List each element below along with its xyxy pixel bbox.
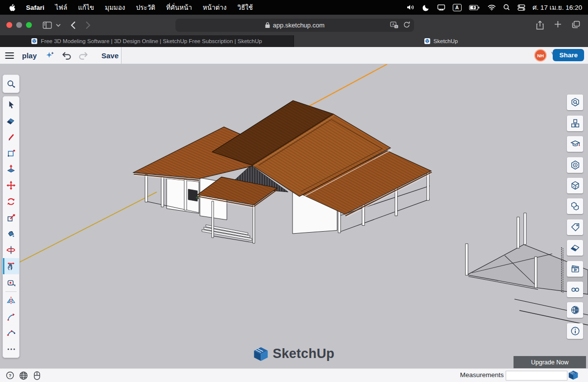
window-minimize-button[interactable]: [16, 22, 22, 28]
tab-overview-icon[interactable]: [572, 21, 580, 30]
instructor-icon: [570, 139, 581, 149]
materials-panel-button[interactable]: [567, 178, 583, 193]
focus-moon-icon[interactable]: [422, 4, 430, 11]
views-panel-button[interactable]: [567, 282, 583, 297]
soften-edges-panel-button[interactable]: [567, 240, 583, 256]
new-tab-icon[interactable]: [554, 21, 562, 30]
model-canvas[interactable]: [0, 64, 588, 368]
rectangle-icon: [6, 148, 16, 158]
eraser-icon: [6, 116, 16, 126]
house-model-drawing: [0, 64, 588, 368]
entity-info-panel-button[interactable]: [567, 95, 583, 110]
lock-icon: [265, 22, 270, 28]
styles-panel-button[interactable]: [567, 157, 583, 173]
model-info-panel-button[interactable]: [567, 323, 583, 339]
pencil-tool-button[interactable]: [3, 129, 19, 145]
save-button[interactable]: Save: [101, 51, 119, 60]
volume-icon[interactable]: [406, 4, 415, 11]
menu-item-history[interactable]: ประวัติ: [136, 2, 155, 13]
styles-icon: [570, 160, 581, 170]
battery-icon[interactable]: [469, 4, 480, 11]
info-icon: [570, 326, 581, 336]
pan-tool-button[interactable]: [3, 258, 19, 274]
tag-icon: [570, 222, 581, 233]
search-tool-button[interactable]: [3, 75, 19, 93]
ai-sparkles-icon[interactable]: [45, 50, 55, 60]
geolocation-panel-button[interactable]: [567, 302, 583, 318]
undo-button[interactable]: [62, 51, 72, 60]
sketchup-favicon: [424, 38, 430, 44]
svg-text:x: x: [395, 25, 397, 28]
move-icon: [6, 180, 16, 191]
two-point-arc-tool-button[interactable]: [3, 325, 19, 341]
tab-sketchup-app[interactable]: SketchUp: [294, 35, 588, 47]
menu-item-window[interactable]: หน้าต่าง: [203, 2, 227, 13]
scenes-copies-panel-button[interactable]: [567, 198, 583, 214]
main-menu-button[interactable]: [5, 52, 14, 59]
soften-eraser-icon: [570, 242, 581, 253]
paint-bucket-tool-button[interactable]: [3, 226, 19, 242]
svg-text:?: ?: [9, 373, 11, 378]
orbit-icon: [6, 245, 16, 255]
menu-bar-clock[interactable]: ศ. 17 เม.ย. 16:20: [533, 2, 582, 13]
avatar[interactable]: NH: [534, 49, 547, 62]
reload-icon[interactable]: [403, 21, 410, 28]
help-icon[interactable]: ?: [6, 371, 14, 380]
back-button[interactable]: [71, 21, 76, 29]
push-pull-icon: [6, 164, 16, 174]
move-tool-button[interactable]: [3, 177, 19, 193]
eraser-tool-button[interactable]: [3, 113, 19, 129]
forward-button[interactable]: [85, 21, 91, 29]
tags-panel-button[interactable]: [567, 219, 583, 235]
menu-item-bookmarks[interactable]: ที่คั่นหน้า: [166, 2, 192, 13]
menu-item-file[interactable]: ไฟล์: [55, 2, 68, 13]
menu-item-safari[interactable]: Safari: [26, 4, 45, 11]
sidebar-chevron-down-icon[interactable]: [56, 24, 61, 27]
push-pull-tool-button[interactable]: [3, 161, 19, 177]
pencil-icon: [6, 132, 16, 142]
more-tools-button[interactable]: [3, 341, 19, 357]
share-page-icon[interactable]: [536, 21, 544, 30]
flip-tool-button[interactable]: [3, 292, 19, 309]
menu-item-help[interactable]: วิธีใช้: [237, 2, 253, 13]
control-center-icon[interactable]: [517, 4, 525, 11]
upgrade-now-button[interactable]: Upgrade Now: [514, 356, 586, 368]
spotlight-search-icon[interactable]: [503, 4, 510, 11]
materials-icon: [570, 180, 581, 191]
share-button[interactable]: Share: [553, 49, 584, 61]
mouse-icon[interactable]: [34, 371, 40, 380]
arc-tool-button[interactable]: [3, 309, 19, 325]
tape-measure-tool-button[interactable]: [3, 274, 19, 290]
model-name-label[interactable]: play: [22, 51, 37, 60]
search-tool-group: [2, 74, 20, 93]
redo-button[interactable]: [78, 51, 88, 60]
apple-menu-icon[interactable]: [8, 3, 15, 12]
components-panel-button[interactable]: [567, 116, 583, 131]
sketchup-favicon: [31, 38, 37, 44]
animation-panel-button[interactable]: [567, 261, 583, 277]
wifi-icon[interactable]: [488, 4, 496, 11]
address-url: app.sketchup.com: [273, 22, 325, 29]
window-close-button[interactable]: [6, 22, 12, 28]
menu-item-edit[interactable]: แก้ไข: [78, 2, 94, 13]
language-globe-icon[interactable]: [19, 371, 28, 380]
menu-item-view[interactable]: มุมมอง: [105, 2, 125, 13]
measurements-input[interactable]: [506, 371, 567, 381]
instructor-panel-button[interactable]: [567, 136, 583, 152]
rectangle-tool-button[interactable]: [3, 145, 19, 161]
translate-icon[interactable]: Ax: [390, 22, 398, 28]
address-bar[interactable]: app.sketchup.com Ax: [175, 19, 414, 32]
scale-tool-button[interactable]: [3, 210, 19, 226]
sidebar-toggle-icon[interactable]: [43, 22, 52, 29]
orbit-tool-button[interactable]: [3, 242, 19, 258]
input-source-badge[interactable]: A: [453, 4, 462, 11]
window-zoom-button[interactable]: [26, 22, 32, 28]
display-icon[interactable]: [437, 4, 445, 11]
macos-menu-bar: Safari ไฟล์ แก้ไข มุมมอง ประวัติ ที่คั่น…: [0, 0, 588, 15]
more-dots-icon: [7, 348, 16, 351]
select-tool-button[interactable]: [3, 96, 19, 113]
rotate-tool-button[interactable]: [3, 193, 19, 210]
select-cursor-icon: [6, 100, 16, 110]
arc-icon: [6, 312, 16, 322]
tab-marketing-page[interactable]: Free 3D Modeling Software | 3D Design On…: [0, 35, 294, 47]
